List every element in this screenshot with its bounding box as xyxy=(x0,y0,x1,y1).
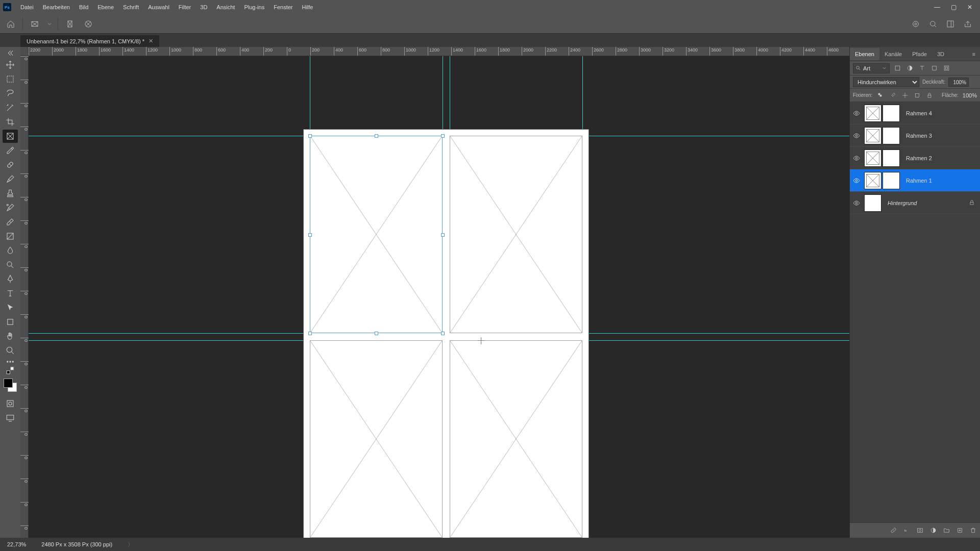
adjustment-icon[interactable] xyxy=(929,527,937,535)
panel-menu-icon[interactable]: ≡ xyxy=(967,48,980,60)
layer-row[interactable]: Rahmen 4 xyxy=(850,102,980,124)
menu-ansicht[interactable]: Ansicht xyxy=(212,2,239,12)
layer-content-thumbnail[interactable] xyxy=(883,149,900,167)
menu-plug-ins[interactable]: Plug-ins xyxy=(240,2,268,12)
frame-vertical-icon[interactable] xyxy=(63,17,77,31)
link-icon[interactable] xyxy=(889,527,897,535)
menu-schrift[interactable]: Schrift xyxy=(119,2,143,12)
document-tab[interactable]: Unbenannt-1 bei 22,7% (Rahmen 1, CMYK/8)… xyxy=(20,35,159,47)
filter-type-icon[interactable] xyxy=(917,64,926,73)
blur-tool[interactable] xyxy=(3,244,18,257)
heal-tool[interactable] xyxy=(3,158,18,171)
foreground-color[interactable] xyxy=(4,379,13,388)
transform-handle[interactable] xyxy=(308,134,312,138)
status-zoom[interactable]: 22,73% xyxy=(7,541,26,547)
zoom-tool[interactable] xyxy=(3,344,18,357)
quickmask-icon[interactable] xyxy=(3,397,18,410)
frame-2[interactable] xyxy=(450,136,582,333)
search-icon[interactable] xyxy=(928,17,938,31)
layer-name[interactable]: Rahmen 1 xyxy=(903,178,978,184)
transform-handle[interactable] xyxy=(308,233,312,237)
layer-name[interactable]: Rahmen 4 xyxy=(903,110,978,116)
frame-aspect-icon[interactable] xyxy=(28,17,41,31)
fx-icon[interactable]: fx xyxy=(902,527,911,535)
mask-icon[interactable] xyxy=(916,527,924,535)
type-tool[interactable] xyxy=(3,287,18,300)
menu-filter[interactable]: Filter xyxy=(175,2,195,12)
eraser-tool[interactable] xyxy=(3,215,18,229)
lasso-tool[interactable] xyxy=(3,87,18,100)
marquee-tool[interactable] xyxy=(3,72,18,86)
share-icon[interactable] xyxy=(963,17,973,31)
brush-tool[interactable] xyxy=(3,172,18,186)
layer-search[interactable]: Art xyxy=(853,63,890,73)
transform-handle[interactable] xyxy=(308,332,312,335)
close-document-icon[interactable]: ✕ xyxy=(149,38,153,44)
gradient-tool[interactable] xyxy=(3,230,18,243)
panel-tab-pfade[interactable]: Pfade xyxy=(907,48,932,60)
wand-tool[interactable] xyxy=(3,101,18,114)
horizontal-ruler[interactable]: 2200200018001600140012001000800600400200… xyxy=(29,47,849,56)
transform-handle[interactable] xyxy=(375,134,378,138)
visibility-icon[interactable] xyxy=(852,109,861,118)
status-chevron-icon[interactable]: 〉 xyxy=(128,541,133,548)
layer-name[interactable]: Rahmen 2 xyxy=(903,155,978,161)
visibility-icon[interactable] xyxy=(852,154,861,163)
visibility-icon[interactable] xyxy=(852,131,861,140)
minimize-button[interactable]: — xyxy=(930,2,944,13)
menu-ebene[interactable]: Ebene xyxy=(93,2,118,12)
move-tool[interactable] xyxy=(3,58,18,71)
layer-content-thumbnail[interactable] xyxy=(883,172,900,189)
filter-smart-icon[interactable] xyxy=(942,64,951,73)
panel-tab-3d[interactable]: 3D xyxy=(932,48,949,60)
screenmode-icon[interactable] xyxy=(3,411,18,424)
shape-tool[interactable] xyxy=(3,315,18,329)
workspace-icon[interactable] xyxy=(945,17,955,31)
layer-name[interactable]: Hintergrund xyxy=(885,200,966,206)
filter-shape-icon[interactable] xyxy=(929,64,939,73)
lock-transparent-icon[interactable] xyxy=(876,91,885,99)
menu-bearbeiten[interactable]: Bearbeiten xyxy=(39,2,74,12)
home-icon[interactable] xyxy=(4,17,17,31)
hand-tool[interactable] xyxy=(3,330,18,343)
frame-3[interactable] xyxy=(310,340,443,538)
path-select-tool[interactable] xyxy=(3,301,18,314)
close-button[interactable]: ✕ xyxy=(963,2,977,13)
trash-icon[interactable] xyxy=(969,527,977,535)
chevron-down-icon[interactable] xyxy=(46,17,53,31)
status-doc-info[interactable]: 2480 Px x 3508 Px (300 ppi) xyxy=(41,541,112,547)
layer-row[interactable]: Rahmen 3 xyxy=(850,124,980,147)
collapse-icon[interactable] xyxy=(3,49,18,57)
lock-all-icon[interactable] xyxy=(925,91,934,99)
lock-icon[interactable] xyxy=(969,199,976,207)
filter-adjust-icon[interactable] xyxy=(905,64,914,73)
filter-pixel-icon[interactable] xyxy=(893,64,902,73)
layer-content-thumbnail[interactable] xyxy=(883,127,900,144)
menu-datei[interactable]: Datei xyxy=(16,2,38,12)
dodge-tool[interactable] xyxy=(3,258,18,271)
crop-tool[interactable] xyxy=(3,115,18,129)
visibility-icon[interactable] xyxy=(852,198,861,208)
menu-bild[interactable]: Bild xyxy=(75,2,92,12)
viewport[interactable] xyxy=(29,56,849,538)
layer-row[interactable]: Rahmen 1 xyxy=(850,169,980,192)
lock-artboard-icon[interactable] xyxy=(913,91,921,99)
layer-row[interactable]: Rahmen 2 xyxy=(850,147,980,169)
menu-hilfe[interactable]: Hilfe xyxy=(298,2,317,12)
menu-3d[interactable]: 3D xyxy=(196,2,211,12)
frame-4[interactable] xyxy=(450,340,582,538)
cloud-icon[interactable] xyxy=(911,17,921,31)
frame-circle-icon[interactable] xyxy=(82,17,95,31)
transform-handle[interactable] xyxy=(441,134,445,138)
vertical-ruler[interactable]: 000000000000000000000000000000 xyxy=(20,56,29,538)
lock-pixels-icon[interactable] xyxy=(889,91,897,99)
history-brush-tool[interactable] xyxy=(3,201,18,214)
menu-auswahl[interactable]: Auswahl xyxy=(144,2,174,12)
panel-tab-kanäle[interactable]: Kanäle xyxy=(879,48,907,60)
layer-row[interactable]: Hintergrund xyxy=(850,192,980,214)
transform-handle[interactable] xyxy=(441,233,445,237)
opacity-value[interactable]: 100% xyxy=(948,78,969,87)
stamp-tool[interactable] xyxy=(3,187,18,200)
color-swatches[interactable] xyxy=(4,379,17,392)
panel-tab-ebenen[interactable]: Ebenen xyxy=(850,48,879,60)
